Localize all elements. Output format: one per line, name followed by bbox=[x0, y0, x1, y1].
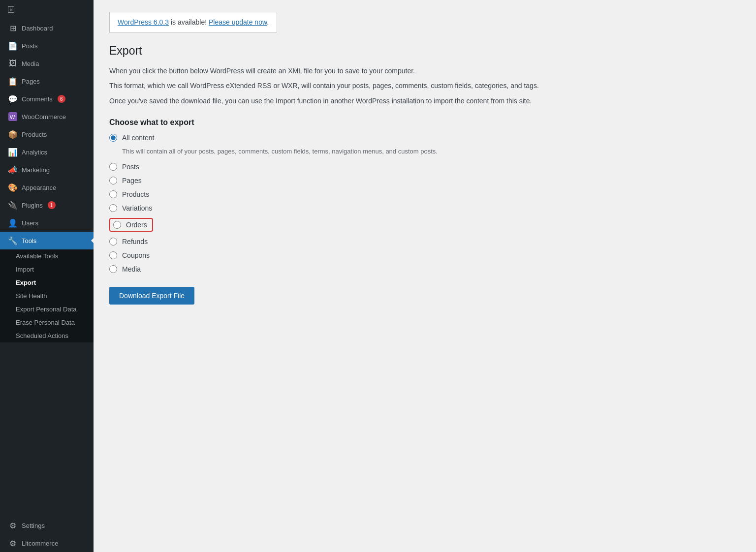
radio-variations-input[interactable] bbox=[109, 204, 117, 212]
radio-refunds-label: Refunds bbox=[122, 238, 148, 245]
sidebar-item-label: Pages bbox=[22, 78, 40, 85]
posts-icon: 📄 bbox=[8, 41, 18, 51]
submenu-export-personal-data[interactable]: Export Personal Data bbox=[0, 303, 94, 316]
appearance-icon: 🎨 bbox=[8, 183, 18, 192]
woocommerce-icon: W bbox=[8, 112, 18, 122]
update-notice: WordPress 6.0.3 is available! Please upd… bbox=[109, 12, 277, 32]
wp-version-link[interactable]: WordPress 6.0.3 bbox=[118, 18, 169, 26]
radio-media[interactable]: Media bbox=[109, 265, 740, 273]
sidebar-item-label: Media bbox=[22, 60, 39, 67]
radio-all-content[interactable]: All content bbox=[109, 134, 740, 142]
sidebar-item-tools[interactable]: 🔧 Tools bbox=[0, 232, 94, 249]
sidebar-item-label: Appearance bbox=[22, 184, 56, 191]
submenu-import[interactable]: Import bbox=[0, 263, 94, 276]
sidebar-item-label: WooCommerce bbox=[22, 113, 66, 121]
orders-highlight-box: Orders bbox=[109, 218, 153, 232]
page-title: Export bbox=[109, 44, 740, 58]
radio-orders-label: Orders bbox=[126, 221, 147, 229]
dashboard-icon: ⊞ bbox=[8, 23, 18, 33]
radio-posts-input[interactable] bbox=[109, 163, 117, 171]
radio-refunds-input[interactable] bbox=[109, 238, 117, 245]
radio-pages[interactable]: Pages bbox=[109, 177, 740, 184]
analytics-icon: 📊 bbox=[8, 147, 18, 157]
description-3: Once you've saved the download file, you… bbox=[109, 95, 740, 106]
sidebar-item-label: Plugins bbox=[22, 202, 43, 209]
sidebar-item-label: Comments bbox=[22, 95, 53, 103]
products-icon: 📦 bbox=[8, 129, 18, 139]
comments-icon: 💬 bbox=[8, 94, 18, 104]
radio-products-label: Products bbox=[122, 190, 149, 198]
export-options: All content This will contain all of you… bbox=[109, 134, 740, 273]
sidebar-item-users[interactable]: 👤 Users bbox=[0, 214, 94, 232]
submenu-export[interactable]: Export bbox=[0, 276, 94, 289]
description-1: When you click the button below WordPres… bbox=[109, 65, 740, 76]
svg-text:W: W bbox=[10, 114, 15, 120]
main-content: WordPress 6.0.3 is available! Please upd… bbox=[94, 0, 756, 552]
radio-orders[interactable]: Orders bbox=[109, 218, 740, 232]
radio-posts-label: Posts bbox=[122, 163, 139, 171]
sidebar-item-media[interactable]: 🖼 Media bbox=[0, 55, 94, 72]
radio-pages-input[interactable] bbox=[109, 177, 117, 184]
sidebar-item-plugins[interactable]: 🔌 Plugins 1 bbox=[0, 196, 94, 214]
litcommerce-icon: ⚙ bbox=[8, 538, 18, 548]
all-content-label: All content bbox=[122, 134, 154, 142]
sidebar-item-appearance[interactable]: 🎨 Appearance bbox=[0, 179, 94, 196]
sidebar-item-label: Analytics bbox=[22, 149, 47, 156]
submenu-scheduled-actions[interactable]: Scheduled Actions bbox=[0, 329, 94, 342]
plugins-icon: 🔌 bbox=[8, 200, 18, 210]
radio-coupons[interactable]: Coupons bbox=[109, 251, 740, 259]
submenu-site-health[interactable]: Site Health bbox=[0, 289, 94, 303]
sidebar-item-label: Litcommerce bbox=[22, 540, 58, 547]
radio-refunds[interactable]: Refunds bbox=[109, 238, 740, 245]
radio-media-input[interactable] bbox=[109, 265, 117, 273]
radio-pages-label: Pages bbox=[122, 177, 142, 184]
radio-variations[interactable]: Variations bbox=[109, 204, 740, 212]
sidebar: 🅆 ⊞ Dashboard 📄 Posts 🖼 Media 📋 Pages 💬 … bbox=[0, 0, 94, 552]
sidebar-item-woocommerce[interactable]: W WooCommerce bbox=[0, 108, 94, 125]
sidebar-item-posts[interactable]: 📄 Posts bbox=[0, 37, 94, 55]
sidebar-item-label: Users bbox=[22, 219, 38, 227]
submenu-available-tools[interactable]: Available Tools bbox=[0, 249, 94, 263]
notice-text: is available! bbox=[169, 18, 209, 26]
tools-icon: 🔧 bbox=[8, 236, 18, 245]
sidebar-item-marketing[interactable]: 📣 Marketing bbox=[0, 161, 94, 179]
sidebar-item-analytics[interactable]: 📊 Analytics bbox=[0, 143, 94, 161]
settings-icon: ⚙ bbox=[8, 521, 18, 530]
sidebar-item-label: Posts bbox=[22, 42, 38, 50]
submenu-erase-personal-data[interactable]: Erase Personal Data bbox=[0, 316, 94, 329]
sidebar-item-settings[interactable]: ⚙ Settings bbox=[0, 517, 94, 534]
radio-all-content-input[interactable] bbox=[109, 134, 117, 142]
radio-posts[interactable]: Posts bbox=[109, 163, 740, 171]
marketing-icon: 📣 bbox=[8, 165, 18, 175]
section-title: Choose what to export bbox=[109, 118, 740, 127]
comments-badge: 6 bbox=[58, 95, 65, 103]
sidebar-item-label: Tools bbox=[22, 237, 36, 245]
users-icon: 👤 bbox=[8, 218, 18, 228]
download-export-button[interactable]: Download Export File bbox=[109, 287, 194, 305]
radio-coupons-input[interactable] bbox=[109, 251, 117, 259]
sidebar-item-products[interactable]: 📦 Products bbox=[0, 125, 94, 143]
plugins-badge: 1 bbox=[48, 201, 56, 209]
sidebar-item-label: Marketing bbox=[22, 166, 50, 174]
media-icon: 🖼 bbox=[8, 59, 18, 68]
sidebar-item-pages[interactable]: 📋 Pages bbox=[0, 72, 94, 90]
tools-submenu: Available Tools Import Export Site Healt… bbox=[0, 249, 94, 342]
pages-icon: 📋 bbox=[8, 76, 18, 86]
notice-period: . bbox=[267, 18, 269, 26]
radio-products[interactable]: Products bbox=[109, 190, 740, 198]
sidebar-item-litcommerce[interactable]: ⚙ Litcommerce bbox=[0, 534, 94, 552]
sidebar-item-label: Settings bbox=[22, 522, 45, 529]
radio-coupons-label: Coupons bbox=[122, 251, 150, 259]
radio-variations-label: Variations bbox=[122, 204, 152, 212]
all-content-desc: This will contain all of your posts, pag… bbox=[122, 148, 740, 155]
sidebar-item-comments[interactable]: 💬 Comments 6 bbox=[0, 90, 94, 108]
sidebar-item-label: Dashboard bbox=[22, 25, 53, 32]
radio-media-label: Media bbox=[122, 265, 141, 273]
sidebar-item-label: Products bbox=[22, 131, 47, 138]
description-2: This format, which we call WordPress eXt… bbox=[109, 80, 740, 91]
wp-admin-brand: 🅆 bbox=[0, 0, 94, 19]
update-link[interactable]: Please update now bbox=[209, 18, 267, 26]
sidebar-item-dashboard[interactable]: ⊞ Dashboard bbox=[0, 19, 94, 37]
radio-orders-input[interactable] bbox=[113, 221, 121, 229]
radio-products-input[interactable] bbox=[109, 190, 117, 198]
